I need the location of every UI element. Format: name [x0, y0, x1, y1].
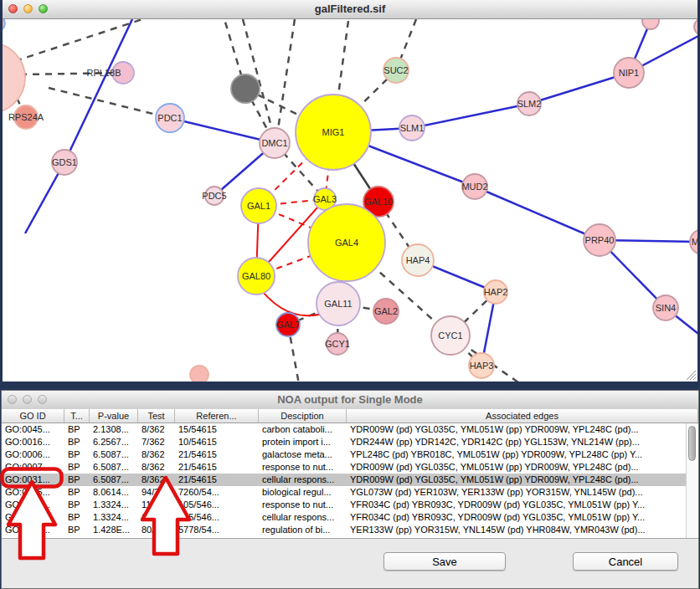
- table-cell: YER133W (pp) YOR315W, YNL145W (pd) YHR08…: [347, 524, 698, 536]
- table-cell: 21/54615: [175, 461, 259, 474]
- minimize-button[interactable]: [23, 4, 33, 13]
- node-label-SUC2: SUC2: [383, 65, 408, 75]
- table-cell: 1.3324...: [90, 499, 138, 511]
- table-cell: 80/362: [138, 524, 175, 536]
- table-row[interactable]: GO:0045...BP2.1308...8/36215/54615carbon…: [2, 423, 698, 436]
- table-cell: GO:0031...: [2, 499, 64, 511]
- table-cell: 8/362: [138, 423, 175, 436]
- node-label-GAL3: GAL3: [313, 194, 337, 204]
- table-cell: BP: [64, 486, 90, 499]
- results-table: GO IDT...P-valueTestReferen...Desciption…: [2, 409, 698, 539]
- resize-grip-icon[interactable]: [686, 370, 697, 381]
- table-cell: 6.5087...: [90, 448, 138, 461]
- node-label-RPL18B: RPL18B: [87, 68, 121, 78]
- table-cell: 8/362: [138, 461, 175, 474]
- table-cell: 6.2567...: [90, 436, 138, 448]
- node-label-HAP2: HAP2: [484, 287, 508, 297]
- table-cell: regulation of bi...: [259, 524, 347, 536]
- table-cell: YPL248C (pd) YBR018C, YML051W (pp) YDR00…: [347, 448, 698, 461]
- graph-window: galFiltered.sif RPL18BRPS24AGDS1PDC1DMC1…: [3, 0, 697, 382]
- table-cell: response to nut...: [259, 499, 347, 511]
- node-label-HAP4: HAP4: [406, 255, 430, 265]
- column-header-referen[interactable]: Referen...: [175, 409, 259, 423]
- table-cell: 2.1308...: [90, 423, 138, 436]
- table-row[interactable]: GO:0050...BP1.428E...80/3625778/54...reg…: [2, 524, 698, 536]
- table-cell: 105/546...: [175, 511, 259, 524]
- node-label-NIP1: NIP1: [619, 68, 639, 78]
- node-unnamed-gray[interactable]: [231, 74, 260, 103]
- node-label-PDC5: PDC5: [202, 191, 226, 201]
- table-cell: GO:0006...: [2, 448, 64, 461]
- table-body: GO:0045...BP2.1308...8/36215/54615carbon…: [2, 423, 698, 538]
- node-label-DMC1: DMC1: [261, 138, 287, 148]
- table-cell: 8.0614...: [90, 486, 138, 499]
- node-label-RPS24A: RPS24A: [8, 112, 44, 122]
- table-cell: BP: [64, 499, 90, 511]
- node-clipped-top-left[interactable]: [3, 19, 5, 31]
- node-label-SIN4: SIN4: [656, 303, 676, 313]
- table-row[interactable]: GO:0006...BP6.5087...8/36221/54615galact…: [2, 448, 698, 461]
- table-cell: biological regul...: [259, 486, 347, 499]
- node-label-MUD2: MUD2: [461, 182, 487, 192]
- column-header-t[interactable]: T...: [64, 409, 90, 423]
- cancel-button[interactable]: Cancel: [573, 552, 678, 571]
- node-label-GAL7: GAL7: [276, 320, 300, 330]
- network-svg: RPL18BRPS24AGDS1PDC1DMC1MIG1SUC2SLM1SLM2…: [3, 19, 697, 382]
- table-cell: YDR009W (pd) YGL035C, YML051W (pp) YDR00…: [347, 461, 698, 474]
- node-label-GAL10: GAL10: [364, 197, 393, 207]
- table-cell: YFR034C (pd) YBR093C, YDR009W (pd) YGL03…: [347, 511, 698, 524]
- node-clipped-far-right-top[interactable]: [694, 19, 697, 35]
- table-row[interactable]: GO:0031...BP6.5087...8/36221/54615cellul…: [2, 474, 698, 486]
- table-header: GO IDT...P-valueTestReferen...Desciption…: [2, 409, 698, 423]
- table-row[interactable]: GO:0031...BP1.3324...11/362105/546...res…: [2, 499, 698, 511]
- table-cell: 6.5087...: [90, 474, 138, 486]
- table-cell: 15/54615: [175, 423, 259, 436]
- node-label-SLM2: SLM2: [517, 99, 542, 109]
- table-row[interactable]: GO:0016...BP6.2567...7/36210/54615protei…: [2, 436, 698, 448]
- table-cell: cellular respons...: [259, 474, 347, 486]
- save-button[interactable]: Save: [383, 552, 506, 571]
- table-cell: GO:0016...: [2, 436, 64, 448]
- zoom-button[interactable]: [39, 4, 48, 13]
- column-header-p-value[interactable]: P-value: [90, 409, 138, 423]
- column-header-test[interactable]: Test: [138, 409, 175, 423]
- table-row[interactable]: GO:0065...BP8.0614...94/3627260/54...bio…: [2, 486, 698, 499]
- node-clipped-bottom[interactable]: [190, 366, 208, 382]
- table-cell: BP: [64, 474, 90, 486]
- node-label-GAL80: GAL80: [242, 271, 270, 281]
- table-scrollbar[interactable]: [686, 423, 698, 538]
- node-clipped-big-left[interactable]: [3, 43, 25, 113]
- table-cell: GO:0031...: [2, 474, 64, 486]
- close-button-inactive[interactable]: [8, 395, 17, 404]
- node-clipped-top-right[interactable]: [642, 19, 659, 29]
- table-row[interactable]: GO:0031...BP1.3324...11/362105/546...cel…: [2, 511, 698, 524]
- table-row[interactable]: GO:0007...BP6.5087...8/36221/54615respon…: [2, 461, 698, 474]
- table-cell: galactose meta...: [259, 448, 347, 461]
- node-label-PDC1: PDC1: [157, 113, 182, 123]
- node-label-GAL1: GAL1: [247, 201, 270, 211]
- table-cell: response to nut...: [259, 461, 347, 474]
- column-header-desciption[interactable]: Desciption: [259, 409, 347, 423]
- node-label-GAL4: GAL4: [335, 238, 358, 248]
- table-cell: YGL073W (pd) YER103W, YER133W (pp) YOR31…: [347, 486, 698, 499]
- edge-blue: [170, 118, 275, 143]
- table-cell: 21/54615: [175, 448, 259, 461]
- table-cell: GO:0045...: [2, 423, 64, 436]
- close-button[interactable]: [8, 4, 18, 13]
- node-label-MIG1: MIG1: [322, 127, 345, 137]
- noa-window-titlebar: NOA output for Single Mode: [2, 391, 698, 410]
- column-header-associated-edges[interactable]: Associated edges: [347, 409, 698, 423]
- scrollbar-thumb[interactable]: [688, 426, 696, 461]
- table-cell: BP: [64, 524, 90, 536]
- table-cell: YDR009W (pd) YGL035C, YML051W (pp) YDR00…: [347, 474, 698, 486]
- table-cell: GO:0031...: [2, 511, 64, 524]
- minimize-button-inactive[interactable]: [23, 395, 32, 404]
- node-label-PRP40: PRP40: [585, 235, 615, 245]
- node-label-GAL2: GAL2: [374, 306, 398, 316]
- table-cell: 6.5087...: [90, 461, 138, 474]
- node-label-MSN5: MSN5: [692, 237, 697, 247]
- column-header-go-id[interactable]: GO ID: [2, 409, 64, 423]
- table-cell: 8/362: [138, 448, 175, 461]
- table-cell: BP: [64, 436, 90, 448]
- zoom-button-inactive[interactable]: [38, 395, 47, 404]
